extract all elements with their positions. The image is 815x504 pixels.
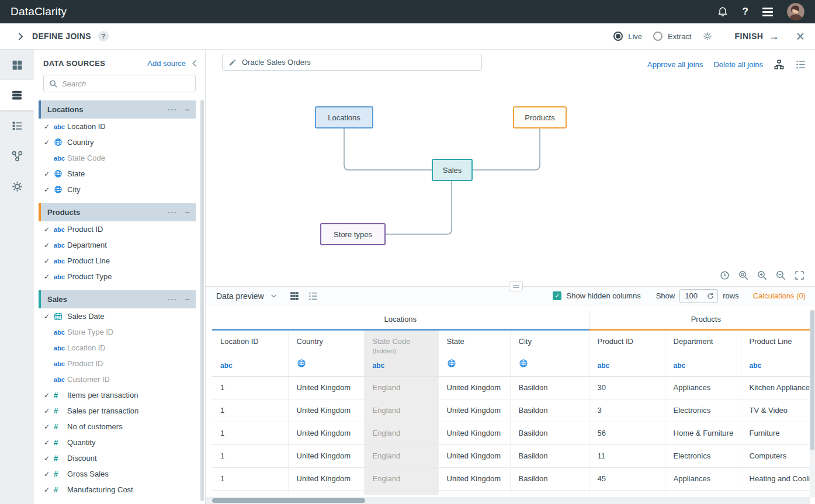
topbar-actions: ?: [717, 3, 804, 20]
avatar[interactable]: [787, 3, 804, 20]
rail-data-sources-icon[interactable]: [0, 80, 34, 110]
column-header-state[interactable]: State: [438, 329, 510, 376]
panel-title: DATA SOURCES: [43, 59, 105, 68]
field-label: State: [67, 169, 85, 178]
sidebar-scrollbar[interactable]: [200, 100, 204, 501]
extract-radio[interactable]: [653, 32, 663, 41]
column-header-state-code[interactable]: State Code(hidden)abc: [364, 329, 438, 376]
field-item-state-code[interactable]: abcState Code: [39, 150, 196, 166]
field-item-store-type-id[interactable]: abcStore Type ID: [39, 324, 196, 340]
diagram-view-icon[interactable]: [774, 59, 785, 70]
zoom-fit-icon[interactable]: [738, 270, 749, 281]
column-header-product-id[interactable]: Product IDabc: [589, 329, 665, 376]
rail-pipeline-icon[interactable]: [0, 141, 34, 171]
more-options-icon[interactable]: ···: [168, 208, 177, 217]
canvas-zoom-toolbar: [719, 270, 805, 281]
fullscreen-icon[interactable]: [794, 270, 805, 281]
extract-radio-label[interactable]: Extract: [668, 32, 691, 41]
collapse-panel-icon[interactable]: [190, 59, 199, 68]
table-node-sales[interactable]: Sales: [432, 159, 473, 181]
join-canvas[interactable]: LocationsProductsSalesStore types Approv…: [206, 50, 815, 286]
record-view-icon[interactable]: [308, 291, 318, 301]
field-item-gross-sales[interactable]: ✓#Gross Sales: [39, 466, 196, 482]
live-radio[interactable]: [613, 32, 623, 41]
source-name-input[interactable]: [242, 58, 476, 67]
finish-button[interactable]: FINISH: [735, 32, 764, 41]
table-node-store-types[interactable]: Store types: [320, 223, 386, 245]
close-icon[interactable]: ×: [796, 29, 804, 44]
field-item-no-of-customers[interactable]: ✓#No of customers: [39, 419, 196, 435]
table-node-products[interactable]: Products: [513, 106, 567, 128]
field-item-product-type[interactable]: ✓abcProduct Type: [39, 269, 196, 284]
list-view-icon[interactable]: [795, 59, 806, 70]
field-item-customer-id[interactable]: abcCustomer ID: [39, 371, 196, 387]
data-preview-title[interactable]: Data preview: [216, 291, 264, 301]
refresh-icon[interactable]: [706, 292, 715, 300]
zoom-in-icon[interactable]: [757, 270, 768, 281]
join-connectors: [206, 50, 815, 286]
table-cell: United Kingdom: [438, 376, 510, 399]
expand-panel-icon[interactable]: [15, 32, 25, 41]
rail-dashboards-icon[interactable]: [0, 50, 34, 80]
field-item-product-line[interactable]: ✓abcProduct Line: [39, 253, 196, 269]
table-cell: Basildon: [510, 376, 589, 399]
collapse-group-icon[interactable]: −: [185, 294, 190, 304]
field-item-sales-per-transaction[interactable]: ✓#Sales per transaction: [39, 403, 196, 419]
delete-all-joins-link[interactable]: Delete all joins: [713, 60, 763, 69]
column-header-product-line[interactable]: Product Lineabc: [741, 329, 810, 376]
panel-resize-handle[interactable]: [509, 281, 523, 291]
approve-all-joins-link[interactable]: Approve all joins: [647, 60, 703, 69]
rail-settings-icon[interactable]: [0, 171, 34, 201]
table-cell: Electronics: [665, 444, 741, 467]
group-header-locations[interactable]: Locations···−: [39, 100, 196, 119]
grid-view-icon[interactable]: [289, 291, 300, 301]
zoom-out-icon[interactable]: [775, 270, 786, 281]
more-options-icon[interactable]: ···: [168, 295, 177, 304]
group-header-products[interactable]: Products···−: [39, 203, 196, 221]
table-node-locations[interactable]: Locations: [315, 106, 373, 128]
column-header-country[interactable]: Country: [288, 329, 364, 376]
field-item-product-id[interactable]: ✓abcProduct ID: [39, 221, 196, 237]
field-item-product-id[interactable]: abcProduct ID: [39, 356, 196, 371]
field-item-location-id[interactable]: abcLocation ID: [39, 340, 196, 356]
field-item-department[interactable]: ✓abcDepartment: [39, 237, 196, 253]
collapse-group-icon[interactable]: −: [185, 105, 190, 114]
reset-zoom-icon[interactable]: [719, 270, 730, 281]
vertical-scrollbar[interactable]: [810, 310, 815, 497]
show-hidden-label[interactable]: Show hidden columns: [566, 291, 640, 300]
chevron-down-icon[interactable]: [270, 292, 278, 300]
extract-settings-icon[interactable]: [703, 32, 712, 41]
help-icon[interactable]: ?: [743, 6, 748, 18]
field-item-discount[interactable]: ✓#Discount: [39, 450, 196, 466]
show-hidden-checkbox[interactable]: ✓: [553, 291, 561, 300]
field-item-manufacturing-cost[interactable]: ✓#Manufacturing Cost: [39, 482, 196, 498]
column-header-location-id[interactable]: Location IDabc: [212, 329, 288, 376]
column-header-city[interactable]: City: [510, 329, 589, 376]
abc-icon: abc: [54, 123, 67, 130]
table-cell: Heating and Cooli: [741, 467, 810, 490]
calculations-link[interactable]: Calculations (0): [753, 291, 806, 300]
live-radio-label[interactable]: Live: [628, 32, 642, 41]
field-item-items-per-transaction[interactable]: ✓#Items per transaction: [39, 387, 196, 403]
help-badge[interactable]: ?: [98, 31, 109, 41]
field-item-sales-date[interactable]: ✓Sales Date: [39, 308, 196, 324]
field-item-city[interactable]: ✓City: [39, 182, 196, 197]
more-options-icon[interactable]: ···: [168, 105, 177, 114]
field-item-location-id[interactable]: ✓abcLocation ID: [39, 119, 196, 134]
menu-icon[interactable]: [762, 8, 773, 16]
column-header-department[interactable]: Departmentabc: [665, 329, 741, 376]
horizontal-scrollbar-thumb[interactable]: [212, 498, 365, 503]
field-item-country[interactable]: ✓Country: [39, 134, 196, 150]
field-item-quantity[interactable]: ✓#Quantity: [39, 435, 196, 450]
group-header-sales[interactable]: Sales···−: [39, 290, 196, 308]
collapse-group-icon[interactable]: −: [185, 207, 190, 217]
field-item-state[interactable]: ✓State: [39, 166, 196, 182]
search-input[interactable]: [62, 79, 190, 88]
horizontal-scrollbar[interactable]: [206, 497, 810, 504]
rail-data-models-icon[interactable]: [0, 110, 34, 141]
add-source-link[interactable]: Add source: [147, 59, 186, 68]
notifications-icon[interactable]: [717, 6, 729, 18]
arrow-right-icon[interactable]: →: [768, 30, 779, 43]
rows-count-input[interactable]: [685, 291, 705, 300]
vertical-scrollbar-thumb[interactable]: [810, 310, 814, 450]
